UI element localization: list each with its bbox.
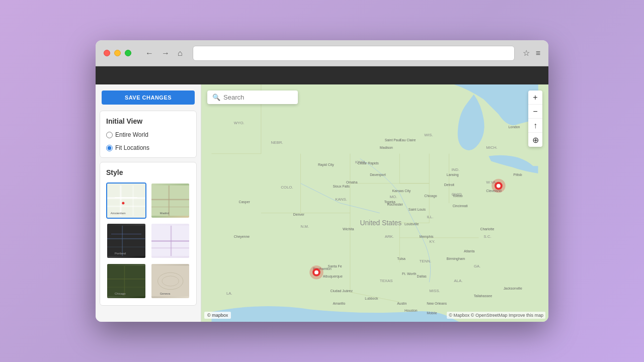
topo-preview: Geneva	[151, 264, 190, 298]
style-section: Style Amsterdam	[100, 162, 197, 306]
svg-text:New Orleans: New Orleans	[427, 302, 447, 305]
svg-rect-23	[107, 287, 145, 288]
map-search-bar[interactable]: 🔍	[207, 90, 298, 104]
forward-button[interactable]: →	[159, 47, 172, 60]
title-bar: ← → ⌂ ☆ ≡	[96, 40, 548, 66]
svg-text:Cincinnati: Cincinnati	[452, 204, 468, 208]
svg-rect-9	[151, 207, 190, 208]
svg-text:LA.: LA.	[226, 291, 232, 296]
svg-text:London: London	[509, 125, 520, 129]
style-thumb-topo[interactable]: Geneva	[150, 263, 191, 299]
map-search-icon: 🔍	[212, 94, 220, 101]
map-search-input[interactable]	[223, 94, 293, 101]
traffic-lights	[104, 50, 131, 56]
svg-text:Ft. Worth: Ft. Worth	[402, 272, 416, 276]
toolbar-icons: ☆ ≡	[523, 48, 540, 58]
svg-text:Birmingham: Birmingham	[447, 257, 465, 261]
svg-text:Chicago: Chicago	[424, 194, 437, 198]
svg-text:TENN.: TENN.	[420, 259, 432, 263]
fit-locations-option[interactable]: Fit Locations	[106, 144, 149, 151]
svg-text:Madison: Madison	[380, 146, 393, 149]
svg-text:Ciudad Juárez: Ciudad Juárez	[331, 289, 353, 293]
svg-text:ARK.: ARK.	[385, 234, 394, 239]
satellite-preview: Chicago	[107, 264, 145, 298]
svg-text:Houston: Houston	[405, 309, 418, 312]
svg-text:NEBR.: NEBR.	[271, 140, 283, 145]
svg-text:Saint Louis: Saint Louis	[409, 208, 426, 211]
svg-text:Memphis: Memphis	[420, 235, 434, 239]
svg-text:Geneva: Geneva	[159, 292, 170, 295]
svg-text:Eau Claire: Eau Claire	[399, 138, 416, 142]
maximize-button[interactable]	[125, 50, 131, 56]
svg-text:Tulsa: Tulsa	[397, 257, 406, 260]
svg-text:Portland: Portland	[115, 252, 126, 255]
svg-rect-20	[170, 226, 172, 256]
entire-world-radio[interactable]	[106, 132, 113, 138]
svg-rect-1	[107, 197, 145, 199]
svg-text:Cheyenne: Cheyenne	[234, 235, 250, 239]
style-thumb-outdoor[interactable]: Madrid	[150, 183, 191, 219]
menu-icon[interactable]: ≡	[536, 48, 540, 58]
svg-text:Albuquerque: Albuquerque	[323, 275, 343, 279]
address-bar[interactable]	[193, 46, 515, 61]
map-area[interactable]: WYO. NEBR. COLO. N.M. KANS. IOWA MO. ILL…	[201, 84, 548, 322]
initial-view-radio-group: Entire World Fit Locations	[106, 131, 190, 151]
svg-rect-4	[132, 186, 134, 216]
svg-text:Mobile: Mobile	[427, 311, 437, 315]
entire-world-option[interactable]: Entire World	[106, 131, 148, 138]
zoom-in-button[interactable]: +	[528, 90, 542, 105]
fit-locations-radio[interactable]	[106, 145, 113, 151]
app-bar	[96, 66, 548, 84]
minimize-button[interactable]	[114, 50, 121, 56]
svg-text:Atlanta: Atlanta	[464, 249, 475, 253]
svg-rect-7	[151, 186, 190, 216]
svg-rect-2	[107, 206, 145, 207]
svg-rect-12	[107, 226, 145, 256]
svg-text:KY.: KY.	[429, 239, 435, 244]
svg-text:MISS.: MISS.	[429, 289, 440, 293]
svg-point-115	[497, 184, 501, 188]
svg-text:GA.: GA.	[474, 264, 481, 268]
sidebar: SAVE CHANGES Initial View Entire World F…	[96, 84, 201, 322]
style-thumb-dark[interactable]: Portland	[106, 223, 146, 259]
svg-text:ALA.: ALA.	[454, 279, 462, 283]
svg-text:Pittsb: Pittsb	[513, 173, 522, 176]
dark-preview: Portland	[107, 224, 145, 258]
svg-text:WIS.: WIS.	[424, 133, 433, 137]
initial-view-title: Initial View	[106, 117, 190, 125]
home-button[interactable]: ⌂	[176, 47, 185, 60]
mapbox-logo: © mapbox	[204, 312, 231, 319]
style-thumb-streets[interactable]: Amsterdam	[106, 183, 146, 219]
svg-text:Chicago: Chicago	[115, 292, 126, 295]
map-controls: + − ↑ ⊕	[528, 90, 542, 147]
svg-text:MO.: MO.	[390, 195, 397, 199]
zoom-out-button[interactable]: −	[528, 105, 542, 119]
favorite-icon[interactable]: ☆	[523, 48, 530, 58]
save-changes-button[interactable]: SAVE CHANGES	[102, 90, 195, 105]
outdoor-preview: Madrid	[151, 184, 190, 218]
style-thumb-light[interactable]	[150, 223, 191, 259]
reset-bearing-button[interactable]: ↑	[528, 119, 542, 133]
back-button[interactable]: ←	[143, 47, 155, 60]
svg-text:Saint Paul: Saint Paul	[385, 138, 401, 142]
svg-rect-21	[107, 266, 145, 296]
close-button[interactable]	[104, 50, 110, 56]
svg-text:Toledo: Toledo	[452, 194, 462, 198]
svg-text:Davenport: Davenport	[370, 173, 386, 177]
svg-point-5	[122, 202, 124, 205]
locate-button[interactable]: ⊕	[528, 133, 542, 147]
svg-text:Lansing: Lansing	[447, 173, 459, 177]
svg-text:ILL.: ILL.	[427, 215, 433, 219]
svg-text:Tallahassee: Tallahassee	[474, 294, 492, 298]
svg-text:Lubbock: Lubbock	[365, 297, 378, 300]
svg-text:Kansas City: Kansas City	[392, 189, 411, 193]
svg-text:WYO.: WYO.	[234, 121, 245, 125]
svg-rect-26	[151, 266, 190, 296]
app-window: ← → ⌂ ☆ ≡ SAVE CHANGES Initial View Enti…	[96, 40, 548, 322]
svg-text:Amsterdam: Amsterdam	[111, 212, 126, 215]
map-attribution: © Mapbox © OpenStreetMap Improve this ma…	[447, 312, 545, 319]
svg-text:Denver: Denver	[293, 213, 305, 216]
svg-text:MICH.: MICH.	[486, 145, 497, 150]
svg-text:IND.: IND.	[451, 167, 459, 172]
style-thumb-satellite[interactable]: Chicago	[106, 263, 146, 299]
